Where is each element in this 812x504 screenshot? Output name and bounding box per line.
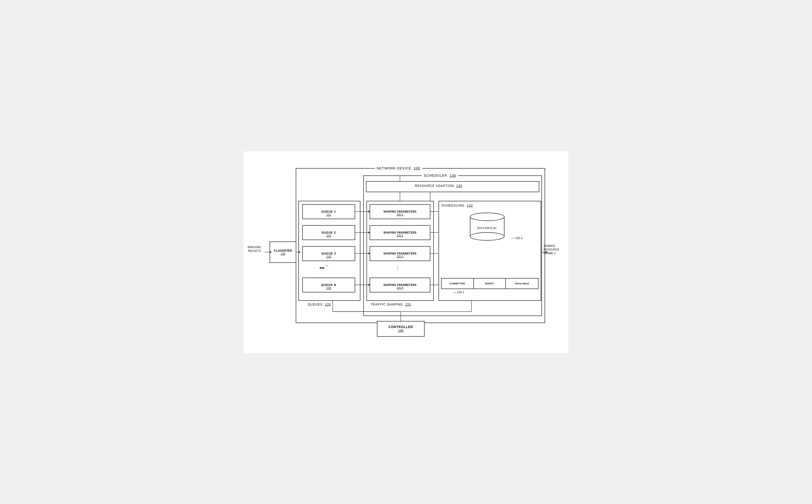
- shaping-3-num: 131-3: [396, 255, 403, 258]
- queue-n-box: QUEUE N 124: [302, 279, 355, 294]
- shaping-2-box: SHAPING PARAMETERS 131-2: [370, 227, 430, 241]
- shaping-2-label: SHAPING PARAMETERS: [383, 231, 417, 234]
- shaping-1-label: SHAPING PARAMETERS: [383, 210, 417, 213]
- shaping-4-num: 131-4: [396, 286, 403, 289]
- shaping-4-label: SHAPING PARAMETERS: [383, 284, 417, 286]
- queue-dots-v: ⋮: [325, 264, 329, 269]
- shared-resource-label: SHAREDRESOURCEFRAME 2: [544, 244, 560, 255]
- queue-n-num: 124: [326, 286, 331, 290]
- historical-label: HISTORICAL: [470, 221, 504, 235]
- queue-2-box: QUEUE 2 122: [302, 227, 355, 241]
- classifier-box-content: CLASSIFIER 110: [270, 242, 296, 263]
- traffic-shaping-label: TRAFFIC SHAPING 131: [370, 303, 411, 306]
- svg-point-18: [470, 213, 504, 221]
- historical-ref: — 132-2: [512, 236, 523, 240]
- scheduler-label: SCHEDULER 130: [422, 174, 458, 178]
- scheduling-label: SCHEDULING 132: [442, 204, 473, 207]
- shaping-1-box: SHAPING PARAMETERS 131-1: [370, 206, 430, 220]
- resource-adaption-label: RESOURCE ADAPTION 133: [414, 184, 464, 188]
- controller-box-content: CONTROLLER 140: [377, 321, 424, 336]
- queue-2-num: 122: [326, 234, 331, 237]
- controller-label: CONTROLLER: [388, 325, 413, 329]
- queue-1-num: 121: [326, 213, 331, 216]
- queue-1-label: QUEUE 1: [321, 210, 336, 213]
- cba-ref: — 132-1: [453, 291, 464, 294]
- shaping-2-num: 131-2: [396, 234, 403, 237]
- controller-num: 140: [398, 329, 403, 333]
- diagram: NETWORK DEVICE 100 SCHEDULER 130 RESOURC…: [262, 160, 550, 344]
- arriving-packets-label: ARRIVINGPACKETS: [247, 246, 261, 253]
- classifier-label: CLASSIFIER: [274, 249, 292, 252]
- queues-label: QUEUES 120: [308, 303, 331, 306]
- queue-n-label: QUEUE N: [321, 283, 336, 286]
- svg-rect-0: [296, 168, 545, 323]
- queue-3-label: QUEUE 3: [321, 252, 336, 255]
- shaping-1-num: 131-1: [396, 213, 403, 216]
- classifier-num: 110: [280, 252, 285, 255]
- svg-marker-25: [298, 251, 301, 253]
- queue-2-label: QUEUE 2: [321, 231, 336, 234]
- queue-1-box: QUEUE 1 121: [302, 206, 355, 220]
- page: NETWORK DEVICE 100 SCHEDULER 130 RESOURC…: [243, 151, 568, 353]
- shaping-3-box: SHAPING PARAMETERS 131-3: [370, 248, 430, 262]
- shaping-4-box: SHAPING PARAMETERS 131-4: [370, 279, 430, 294]
- queue-3-box: QUEUE 3 123: [302, 248, 355, 262]
- shaping-dots: ⋮: [395, 265, 400, 270]
- committed-label: COMMITTED: [442, 278, 473, 289]
- available-label: AVAILABLE: [506, 278, 538, 289]
- burst-label: BURST: [474, 278, 506, 289]
- shaping-3-label: SHAPING PARAMETERS: [383, 252, 417, 255]
- svg-rect-1: [363, 176, 542, 316]
- network-device-label: NETWORK DEVICE 100: [374, 166, 422, 170]
- queue-3-num: 123: [326, 255, 331, 258]
- queue-dots: •••: [319, 265, 324, 271]
